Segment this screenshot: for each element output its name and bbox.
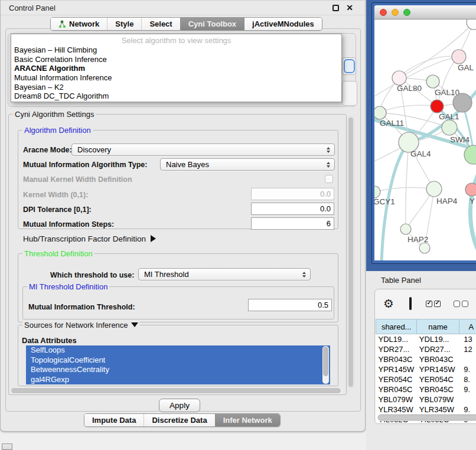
- data-attributes-list[interactable]: SelfLoopsTopologicalCoefficientBetweenne…: [26, 345, 330, 384]
- network-node-gal1[interactable]: [431, 100, 444, 113]
- popup-item-dream8-dc-tdc-algorithm[interactable]: Dream8 DC_TDC Algorithm: [11, 92, 341, 101]
- table-row[interactable]: YBR043CYBR043C: [376, 354, 476, 364]
- popup-item-bayesian-hill-climbing[interactable]: Bayesian – Hill Climbing: [11, 45, 341, 55]
- checked-box-icon: [434, 301, 441, 307]
- mi-type-select[interactable]: Naive Bayes: [160, 158, 335, 171]
- application-root: Control Panel ✕ NetworkStyleSelectCyni T…: [0, 0, 476, 450]
- dpi-tolerance-field[interactable]: 0.0: [251, 203, 334, 215]
- network-node-gal80[interactable]: [392, 71, 406, 85]
- table-row[interactable]: YDL19...YDL19...13: [376, 334, 476, 344]
- tab-network[interactable]: Network: [51, 18, 107, 30]
- network-node-gal11[interactable]: [374, 106, 386, 119]
- node-attribute-table[interactable]: shared...nameA YDL19...YDL19...13YDR27..…: [376, 319, 476, 424]
- network-node-y[interactable]: [465, 183, 476, 196]
- panel-corner-button[interactable]: [2, 444, 12, 450]
- deselect-all-checks-icon[interactable]: [454, 301, 468, 307]
- popup-item-mutual-information-inference[interactable]: Mutual Information Inference: [11, 73, 341, 83]
- gear-icon[interactable]: ⚙: [383, 298, 394, 309]
- select-all-checks-icon[interactable]: [426, 301, 441, 307]
- popup-item-bayesian-k2[interactable]: Bayesian – K2: [11, 83, 341, 92]
- tab-discretize-data[interactable]: Discretize Data: [144, 414, 214, 426]
- mi-threshold-field[interactable]: 0.5: [248, 299, 332, 311]
- node-label-gal11: GAL11: [380, 119, 404, 128]
- tab-select[interactable]: Select: [141, 18, 180, 30]
- popup-item-basic-correlation-inference[interactable]: Basic Correlation Inference: [11, 55, 341, 64]
- network-graph[interactable]: GALGAL80GAL10GAL1GAL11SWI4GAL4GCY1HAP4YH…: [374, 19, 476, 260]
- kernel-width-field[interactable]: 0.0: [251, 188, 334, 200]
- table-cell: YDR27...: [417, 344, 459, 354]
- mac-minimize-icon[interactable]: [392, 9, 399, 16]
- node-label-gal80: GAL80: [397, 84, 422, 93]
- column-header-shared-[interactable]: shared...: [376, 319, 417, 334]
- table-hscroll-thumb[interactable]: [378, 415, 476, 420]
- mac-zoom-icon[interactable]: [403, 9, 410, 16]
- network-node[interactable]: [419, 243, 430, 253]
- network-node-hap4[interactable]: [426, 181, 442, 197]
- settings-horizontal-scrollbar[interactable]: [11, 387, 343, 394]
- table-row[interactable]: YPR145WYPR145W9.: [376, 364, 476, 374]
- tab-label: Cyni Toolbox: [188, 18, 236, 30]
- dpi-tolerance-value: 0.0: [320, 204, 331, 213]
- node-label-gal10: GAL10: [435, 88, 459, 97]
- network-node-gcy1[interactable]: [374, 186, 380, 198]
- table-horizontal-scrollbar[interactable]: [377, 414, 476, 421]
- close-icon[interactable]: ✕: [346, 5, 353, 11]
- which-threshold-select[interactable]: MI Threshold: [138, 268, 311, 281]
- tab-impute-data[interactable]: Impute Data: [84, 414, 144, 426]
- columns-icon[interactable]: [409, 297, 412, 310]
- aracne-mode-select[interactable]: Discovery: [71, 144, 335, 156]
- attribute-item-topologicalcoefficient[interactable]: TopologicalCoefficient: [26, 356, 330, 366]
- collapse-down-icon: [131, 322, 138, 327]
- attributes-scrollbar[interactable]: [322, 346, 329, 384]
- tab-infer-network[interactable]: Infer Network: [215, 414, 280, 426]
- table-row[interactable]: YDR27...YDR27...12: [376, 344, 476, 354]
- mi-steps-field[interactable]: 6: [251, 217, 334, 230]
- mi-threshold-legend: MI Threshold Definition: [27, 282, 109, 291]
- table-cell: YBR045C: [376, 384, 417, 394]
- tab-style[interactable]: Style: [107, 18, 141, 30]
- network-node-hap2[interactable]: [400, 224, 411, 234]
- sources-legend[interactable]: Sources for Network Inference: [22, 321, 140, 330]
- network-node-swi4[interactable]: [442, 120, 457, 135]
- threshold-definition-legend: Threshold Definition: [22, 249, 94, 258]
- table-toolbar: ⚙: [375, 289, 476, 318]
- table-row[interactable]: YBL079WYBL079W: [376, 394, 476, 405]
- manual-kernel-checkbox[interactable]: [325, 175, 333, 183]
- node-label-gal: GAL: [458, 63, 474, 72]
- hub-tf-expander[interactable]: Hub/Transcription Factor Definition: [23, 234, 156, 243]
- settings-vscroll-thumb[interactable]: [348, 118, 353, 387]
- attributes-scrollbar-thumb[interactable]: [323, 347, 328, 376]
- mac-close-icon[interactable]: [380, 9, 387, 16]
- table-cell: 8.: [459, 374, 476, 384]
- network-node-gal10[interactable]: [426, 75, 439, 88]
- network-node[interactable]: [453, 93, 472, 112]
- mi-threshold-label: Mutual Information Threshold:: [28, 303, 135, 311]
- network-node-gal[interactable]: [452, 50, 466, 64]
- settings-vertical-scrollbar[interactable]: [347, 116, 354, 388]
- data-attributes-label: Data Attributes: [22, 336, 77, 345]
- column-header-a[interactable]: A: [459, 319, 476, 334]
- tab-cyni-toolbox[interactable]: Cyni Toolbox: [180, 18, 244, 30]
- tab-label: Impute Data: [92, 414, 136, 426]
- table-header-row: shared...nameA: [376, 319, 476, 334]
- table-row[interactable]: YBR045CYBR045C9.: [376, 384, 476, 394]
- attribute-item-gal4rgexp[interactable]: gal4RGexp: [26, 375, 330, 385]
- table-row[interactable]: YER054CYER054C8.: [376, 374, 476, 384]
- table-cell: YBR043C: [376, 354, 417, 364]
- expand-right-icon: [151, 235, 156, 242]
- popup-item-aracne-algorithm[interactable]: ARACNE Algorithm: [11, 64, 341, 73]
- tab-jactivemnodules[interactable]: jActiveMNodules: [244, 18, 322, 30]
- table-row[interactable]: YLR345WYLR345W9.: [376, 405, 476, 415]
- network-canvas[interactable]: GALGAL80GAL10GAL1GAL11SWI4GAL4GCY1HAP4YH…: [374, 19, 476, 260]
- table-cell: [459, 394, 476, 405]
- float-window-icon[interactable]: [332, 5, 339, 11]
- node-label-y: Y: [470, 197, 475, 206]
- apply-button[interactable]: Apply: [159, 399, 200, 412]
- attribute-item-selfloops[interactable]: SelfLoops: [26, 345, 330, 356]
- attribute-item-betweennesscentrality[interactable]: BetweennessCentrality: [26, 365, 330, 375]
- settings-hscroll-thumb[interactable]: [11, 388, 341, 393]
- column-header-name[interactable]: name: [417, 319, 459, 334]
- tab-label: Infer Network: [223, 414, 272, 426]
- hidden-combobox-focus-ring: [344, 59, 355, 73]
- control-panel-titlebar: Control Panel ✕: [1, 1, 365, 15]
